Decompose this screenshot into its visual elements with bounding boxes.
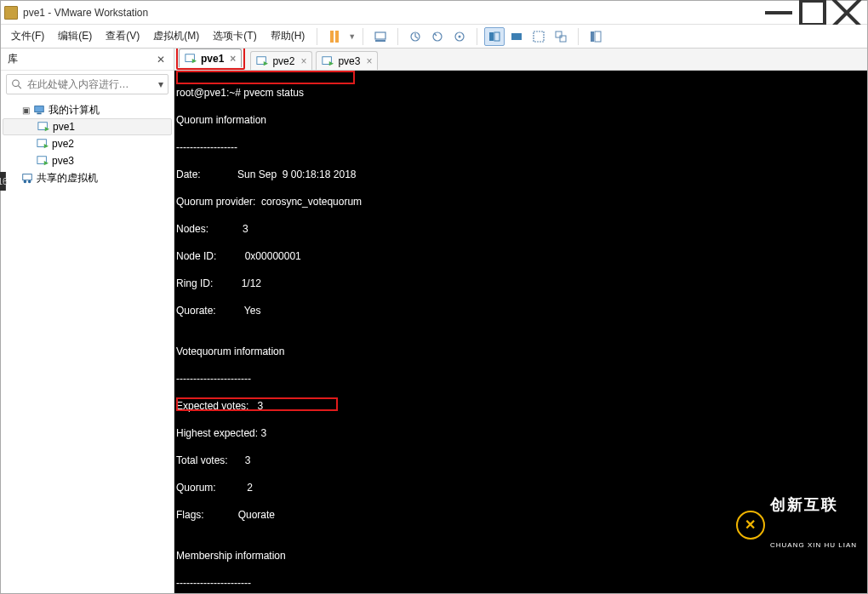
app-icon bbox=[4, 6, 18, 20]
tree-label: 我的计算机 bbox=[49, 103, 100, 117]
svg-rect-20 bbox=[35, 106, 44, 112]
svg-rect-14 bbox=[556, 31, 562, 37]
terminal-line: Highest expected: 3 bbox=[176, 426, 865, 440]
maximize-button[interactable] bbox=[796, 2, 830, 24]
expand-icon[interactable]: ▣ bbox=[21, 106, 30, 115]
library-close-button[interactable]: ✕ bbox=[155, 54, 167, 66]
separator bbox=[397, 28, 398, 45]
terminal-line: ---------------------- bbox=[176, 372, 865, 386]
svg-rect-1 bbox=[801, 1, 825, 25]
menu-bar: 文件(F) 编辑(E) 查看(V) 虚拟机(M) 选项卡(T) 帮助(H) ▼ bbox=[1, 25, 867, 49]
tab-pve2[interactable]: pve2 × bbox=[250, 51, 312, 70]
tab-pve1[interactable]: pve1 × bbox=[179, 49, 242, 67]
shared-vm-icon bbox=[21, 172, 33, 184]
tree-label: pve3 bbox=[52, 155, 74, 167]
tree-root-my-computer[interactable]: ▣ 我的计算机 bbox=[3, 101, 172, 118]
svg-rect-5 bbox=[375, 40, 385, 42]
tree-label: 共享的虚拟机 bbox=[37, 171, 98, 186]
highlight-box: pve1 × bbox=[176, 49, 245, 70]
terminal-line: Nodes: 3 bbox=[176, 222, 865, 236]
search-input[interactable] bbox=[27, 78, 155, 90]
highlight-box bbox=[176, 71, 355, 84]
svg-rect-28 bbox=[23, 174, 32, 180]
close-button[interactable] bbox=[830, 2, 864, 24]
terminal-line: Expected votes: 3 bbox=[176, 399, 865, 413]
separator bbox=[477, 28, 477, 45]
view-console-button[interactable] bbox=[484, 27, 505, 46]
svg-rect-10 bbox=[489, 32, 494, 41]
separator bbox=[363, 28, 363, 45]
title-bar: pve1 - VMware Workstation bbox=[1, 1, 867, 25]
tab-close-button[interactable]: × bbox=[366, 55, 372, 67]
tabs-bar: pve1 × pve2 × pve3 × bbox=[174, 49, 867, 71]
svg-rect-17 bbox=[595, 31, 601, 42]
tab-close-button[interactable]: × bbox=[300, 55, 306, 67]
app-window: pve1 - VMware Workstation 文件(F) 编辑(E) 查看… bbox=[0, 0, 868, 594]
vm-running-icon bbox=[185, 53, 197, 65]
tree-node-pve3[interactable]: pve3 bbox=[3, 152, 172, 169]
menu-tabs[interactable]: 选项卡(T) bbox=[208, 26, 261, 46]
watermark-logo-icon: ✕ bbox=[736, 511, 765, 540]
minimize-button[interactable] bbox=[762, 2, 796, 24]
pause-button[interactable] bbox=[324, 27, 345, 46]
revert-snapshot-button[interactable] bbox=[427, 27, 448, 46]
vm-running-icon bbox=[322, 55, 334, 67]
fullscreen-button[interactable] bbox=[528, 27, 549, 46]
terminal-line: Ring ID: 1/12 bbox=[176, 277, 865, 290]
terminal-line: Total votes: 3 bbox=[176, 454, 865, 467]
tab-pve3[interactable]: pve3 × bbox=[316, 51, 378, 70]
terminal-line: Quorate: Yes bbox=[176, 304, 865, 317]
tree-node-pve1[interactable]: pve1 bbox=[3, 118, 172, 135]
dropdown-arrow-icon[interactable]: ▼ bbox=[348, 32, 356, 41]
terminal-line: Quorum information bbox=[176, 113, 865, 127]
terminal-line: Node ID: 0x00000001 bbox=[176, 249, 865, 263]
library-panel: 库 ✕ ▾ ▣ 我的计算机 pve1 p bbox=[1, 49, 174, 593]
terminal-line: Quorum provider: corosync_votequorum bbox=[176, 195, 865, 208]
main-area: 库 ✕ ▾ ▣ 我的计算机 pve1 p bbox=[1, 49, 867, 593]
menu-file[interactable]: 文件(F) bbox=[6, 26, 49, 46]
tab-label: pve1 bbox=[201, 53, 224, 65]
menu-view[interactable]: 查看(V) bbox=[100, 26, 145, 46]
vm-running-icon bbox=[256, 55, 268, 67]
library-toggle-button[interactable] bbox=[585, 27, 606, 46]
tree-root-shared[interactable]: 共享的虚拟机 bbox=[3, 169, 172, 186]
snapshot-button[interactable] bbox=[405, 27, 425, 46]
left-edge-fragment: 16 bbox=[0, 172, 6, 191]
watermark: ✕ 创新互联 CHUANG XIN HU LIAN bbox=[736, 471, 857, 580]
tab-label: pve3 bbox=[338, 55, 360, 67]
terminal-console[interactable]: root@pve1:~# pvecm status Quorum informa… bbox=[174, 71, 867, 593]
view-thumbnail-button[interactable] bbox=[506, 27, 527, 46]
search-icon bbox=[11, 78, 23, 90]
svg-rect-21 bbox=[37, 113, 41, 115]
tree-label: pve1 bbox=[53, 121, 75, 133]
send-ctrl-alt-del-button[interactable] bbox=[370, 27, 391, 46]
svg-point-18 bbox=[13, 80, 20, 87]
tree-node-pve2[interactable]: pve2 bbox=[3, 135, 172, 152]
library-title: 库 bbox=[8, 52, 155, 66]
computer-icon bbox=[33, 104, 45, 116]
library-header: 库 ✕ bbox=[1, 49, 174, 71]
terminal-line: root@pve1:~# pvecm status bbox=[176, 86, 865, 100]
vm-running-icon bbox=[37, 138, 49, 150]
svg-point-29 bbox=[24, 180, 27, 184]
window-title: pve1 - VMware Workstation bbox=[23, 7, 762, 19]
manage-snapshot-button[interactable] bbox=[449, 27, 470, 46]
unity-button[interactable] bbox=[551, 27, 571, 46]
toolbar: ▼ bbox=[324, 27, 606, 46]
svg-rect-12 bbox=[511, 33, 522, 40]
menu-help[interactable]: 帮助(H) bbox=[266, 26, 311, 46]
menu-vm[interactable]: 虚拟机(M) bbox=[148, 26, 204, 46]
vm-tree: ▣ 我的计算机 pve1 pve2 pve3 bbox=[1, 98, 174, 190]
terminal-line: Date: Sun Sep 9 00:18:18 2018 bbox=[176, 168, 865, 181]
watermark-brand: 创新互联 bbox=[770, 498, 857, 511]
svg-point-30 bbox=[28, 180, 31, 184]
tab-label: pve2 bbox=[272, 55, 294, 67]
svg-point-9 bbox=[459, 35, 461, 37]
search-box[interactable]: ▾ bbox=[6, 74, 168, 94]
svg-line-19 bbox=[18, 86, 20, 89]
search-dropdown-icon[interactable]: ▾ bbox=[155, 78, 168, 90]
svg-rect-11 bbox=[494, 32, 500, 41]
tab-close-button[interactable]: × bbox=[230, 53, 236, 65]
menu-edit[interactable]: 编辑(E) bbox=[53, 26, 97, 46]
separator bbox=[578, 28, 579, 45]
